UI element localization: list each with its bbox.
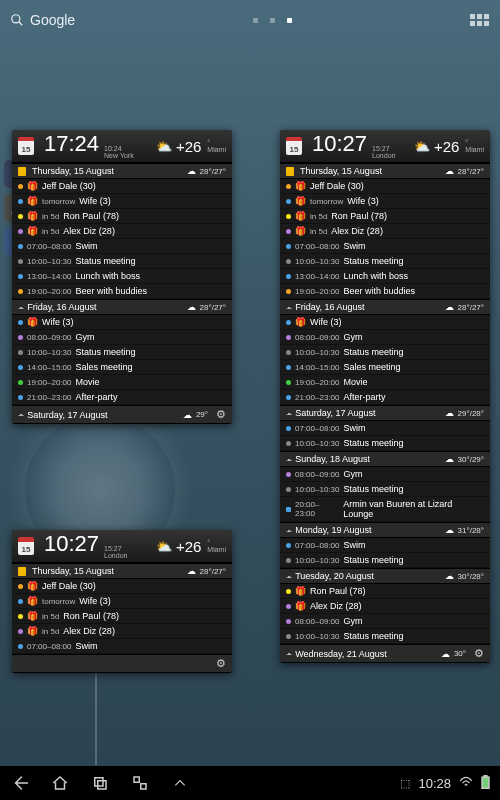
- day-header[interactable]: -•-Tuesday, 20 August☁30°/28°: [280, 568, 490, 584]
- event-row[interactable]: 08:00–09:00Gym: [12, 330, 232, 345]
- event-row[interactable]: 🎁Jeff Dale (30): [280, 179, 490, 194]
- event-color-dot: [286, 380, 291, 385]
- event-row[interactable]: 10:00–10:30Status meeting: [280, 436, 490, 451]
- event-row[interactable]: 19:00–20:00Movie: [280, 375, 490, 390]
- gear-icon[interactable]: ⚙: [216, 408, 226, 421]
- event-row[interactable]: 🎁Jeff Dale (30): [12, 579, 232, 594]
- event-row[interactable]: 07:00–08:00Swim: [280, 538, 490, 553]
- back-button[interactable]: [10, 773, 30, 793]
- event-color-dot: [18, 289, 23, 294]
- event-row[interactable]: 08:00–09:00Gym: [280, 614, 490, 629]
- event-row[interactable]: 10:00–10:30Status meeting: [12, 345, 232, 360]
- day-hilo: 31°/28°: [458, 526, 484, 535]
- day-header[interactable]: -•-Monday, 19 August☁31°/28°: [280, 522, 490, 538]
- event-row[interactable]: 14:00–15:00Sales meeting: [12, 360, 232, 375]
- day-header[interactable]: Thursday, 15 August☁28°/27°: [280, 163, 490, 179]
- event-row[interactable]: 10:00–10:30Status meeting: [280, 254, 490, 269]
- launcher-topbar: Google: [0, 6, 500, 34]
- event-row[interactable]: 13:00–14:00Lunch with boss: [280, 269, 490, 284]
- event-color-dot: [286, 487, 291, 492]
- event-prefix: in 5d: [42, 227, 59, 236]
- event-row[interactable]: 07:00–08:00Swim: [280, 239, 490, 254]
- day-header[interactable]: Thursday, 15 August☁28°/27°: [12, 563, 232, 579]
- home-button[interactable]: [50, 773, 70, 793]
- event-row[interactable]: 🎁tomorrowWife (3): [12, 194, 232, 209]
- event-row[interactable]: 🎁in 5dAlex Diz (28): [280, 224, 490, 239]
- day-header[interactable]: -•-Saturday, 17 August☁29°/28°: [280, 405, 490, 421]
- event-row[interactable]: 🎁in 5dAlex Diz (28): [12, 224, 232, 239]
- day-header[interactable]: Thursday, 15 August☁28°/27°: [12, 163, 232, 179]
- event-time: 13:00–14:00: [295, 272, 340, 281]
- event-row[interactable]: 08:00–09:00Gym: [280, 467, 490, 482]
- event-row[interactable]: 🎁Alex Diz (28): [280, 599, 490, 614]
- event-row[interactable]: 10:00–10:30Status meeting: [280, 553, 490, 568]
- event-row[interactable]: 21:00–23:00After-party: [12, 390, 232, 405]
- clock-primary: 10:2715:27London: [44, 533, 127, 559]
- event-row[interactable]: 🎁in 5dAlex Diz (28): [12, 624, 232, 639]
- event-row[interactable]: 07:00–08:00Swim: [12, 639, 232, 654]
- event-color-dot: [286, 274, 291, 279]
- event-prefix: tomorrow: [42, 197, 75, 206]
- calendar-icon: 15: [18, 537, 34, 555]
- gear-icon[interactable]: ⚙: [474, 647, 484, 660]
- event-row[interactable]: 🎁tomorrowWife (3): [12, 594, 232, 609]
- event-row[interactable]: 🎁tomorrowWife (3): [280, 194, 490, 209]
- gift-icon: 🎁: [295, 212, 306, 221]
- event-row[interactable]: 07:00–08:00Swim: [280, 421, 490, 436]
- page-indicator: [75, 18, 470, 23]
- gear-icon[interactable]: ⚙: [216, 657, 226, 670]
- day-hilo: 30°: [454, 649, 466, 658]
- nav-collapse-button[interactable]: [170, 773, 190, 793]
- event-row[interactable]: 🎁Ron Paul (78): [280, 584, 490, 599]
- event-row[interactable]: 🎁Wife (3): [12, 315, 232, 330]
- day-header[interactable]: -•-Friday, 16 August☁28°/27°: [280, 299, 490, 315]
- widget-header[interactable]: 1517:2410:24New York⛅+26°Miami: [12, 130, 232, 163]
- screenshot-button[interactable]: [130, 773, 150, 793]
- event-color-dot: [18, 259, 23, 264]
- recents-button[interactable]: [90, 773, 110, 793]
- app-drawer-button[interactable]: [470, 10, 490, 30]
- day-header[interactable]: -•-Saturday, 17 August☁29°⚙: [12, 405, 232, 424]
- day-bullet-icon: -•-: [286, 409, 291, 418]
- calendar-widget-b[interactable]: 1510:2715:27London⛅+26°MiamiThursday, 15…: [280, 130, 490, 663]
- day-label: Thursday, 15 August: [32, 566, 114, 576]
- day-header[interactable]: -•-Friday, 16 August☁28°/27°: [12, 299, 232, 315]
- event-color-dot: [18, 599, 23, 604]
- event-color-dot: [18, 274, 23, 279]
- event-row[interactable]: 10:00–10:30Status meeting: [280, 629, 490, 644]
- calendar-widget-c[interactable]: 1510:2715:27London⛅+26°MiamiThursday, 15…: [12, 530, 232, 673]
- weather-city: °Miami: [207, 539, 226, 553]
- gift-icon: 🎁: [27, 212, 38, 221]
- event-row[interactable]: 10:00–10:30Status meeting: [280, 345, 490, 360]
- statusbar-clock[interactable]: 10:28: [418, 776, 451, 791]
- weather-city: °Miami: [465, 139, 484, 153]
- event-row[interactable]: 08:00–09:00Gym: [280, 330, 490, 345]
- status-notification-icon[interactable]: ⬚: [400, 777, 410, 790]
- widget-header[interactable]: 1510:2715:27London⛅+26°Miami: [12, 530, 232, 563]
- svg-rect-2: [95, 778, 103, 786]
- event-row[interactable]: 🎁in 5dRon Paul (78): [12, 209, 232, 224]
- event-row[interactable]: 20:00–23:00Armin van Buuren at Lizard Lo…: [280, 497, 490, 522]
- weather-temp: +26: [434, 138, 459, 155]
- event-row[interactable]: 19:00–20:00Movie: [12, 375, 232, 390]
- event-row[interactable]: 19:00–20:00Beer with buddies: [12, 284, 232, 299]
- event-row[interactable]: 10:00–10:30Status meeting: [280, 482, 490, 497]
- event-color-dot: [18, 614, 23, 619]
- day-header[interactable]: -•-Wednesday, 21 August☁30°⚙: [280, 644, 490, 663]
- event-title: Jeff Dale (30): [42, 181, 96, 191]
- event-row[interactable]: 10:00–10:30Status meeting: [12, 254, 232, 269]
- event-row[interactable]: 07:00–08:00Swim: [12, 239, 232, 254]
- event-row[interactable]: 19:00–20:00Beer with buddies: [280, 284, 490, 299]
- event-row[interactable]: 🎁in 5dRon Paul (78): [280, 209, 490, 224]
- event-row[interactable]: 13:00–14:00Lunch with boss: [12, 269, 232, 284]
- day-header[interactable]: -•-Sunday, 18 August☁30°/29°: [280, 451, 490, 467]
- widget-header[interactable]: 1510:2715:27London⛅+26°Miami: [280, 130, 490, 163]
- event-row[interactable]: 🎁in 5dRon Paul (78): [12, 609, 232, 624]
- event-row[interactable]: 🎁Jeff Dale (30): [12, 179, 232, 194]
- google-search[interactable]: Google: [10, 12, 75, 28]
- event-row[interactable]: 🎁Wife (3): [280, 315, 490, 330]
- calendar-widget-a[interactable]: 1517:2410:24New York⛅+26°MiamiThursday, …: [12, 130, 232, 424]
- event-time: 08:00–09:00: [295, 617, 340, 626]
- event-row[interactable]: 14:00–15:00Sales meeting: [280, 360, 490, 375]
- event-row[interactable]: 21:00–23:00After-party: [280, 390, 490, 405]
